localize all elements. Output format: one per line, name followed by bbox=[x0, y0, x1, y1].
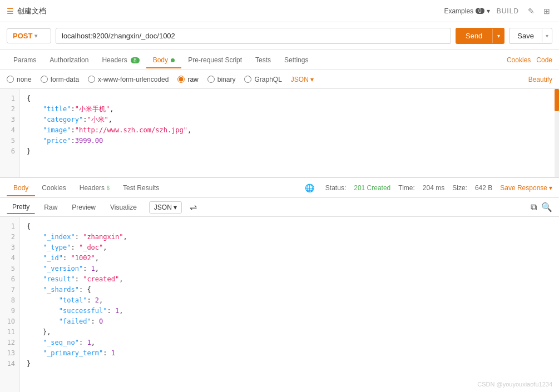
save-response-arrow-icon: ▾ bbox=[549, 184, 552, 192]
resp-tab-headers[interactable]: Headers 6 bbox=[73, 180, 116, 196]
resp-tab-cookies[interactable]: Cookies bbox=[35, 180, 72, 196]
request-body-editor[interactable]: { "title":"小米手机", "category":"小米", "imag… bbox=[20, 89, 559, 177]
fmt-pretty[interactable]: Pretty bbox=[7, 201, 35, 214]
fmt-preview[interactable]: Preview bbox=[66, 201, 101, 214]
method-arrow-icon: ▾ bbox=[34, 33, 37, 39]
examples-button[interactable]: Examples 0 ▾ bbox=[444, 7, 489, 15]
send-arrow-icon[interactable]: ▾ bbox=[492, 29, 504, 43]
watermark: CSDN @youyouxiaofu1234 bbox=[477, 381, 552, 388]
time-value: 204 ms bbox=[423, 184, 444, 192]
send-label: Send bbox=[456, 28, 492, 44]
menu-icon[interactable]: ☰ bbox=[7, 7, 14, 16]
grid-icon[interactable]: ⊞ bbox=[541, 6, 552, 17]
app-title-area: ☰ 创建文档 bbox=[7, 6, 46, 16]
size-value: 642 B bbox=[475, 184, 492, 192]
response-code-area: 1 2 3 4 5 6 7 8 9 10 11 12 13 14 { "_ind… bbox=[0, 217, 559, 392]
search-icon[interactable]: 🔍 bbox=[541, 202, 552, 212]
resp-json-select[interactable]: JSON ▾ bbox=[149, 201, 182, 214]
examples-arrow-icon: ▾ bbox=[487, 7, 490, 15]
request-tabs: Params Authorization Headers 8 Body Pre-… bbox=[0, 50, 559, 70]
method-value: POST bbox=[13, 32, 32, 40]
fmt-visualize[interactable]: Visualize bbox=[105, 201, 142, 214]
save-label: Save bbox=[509, 28, 542, 43]
method-select[interactable]: POST ▾ bbox=[7, 28, 51, 43]
opt-formdata[interactable]: form-data bbox=[41, 76, 79, 83]
resp-json-arrow-icon: ▾ bbox=[174, 204, 177, 211]
edit-icon[interactable]: ✎ bbox=[526, 6, 537, 17]
opt-binary[interactable]: binary bbox=[207, 76, 236, 83]
tab-params[interactable]: Params bbox=[7, 52, 43, 68]
wrap-icon[interactable]: ⇌ bbox=[190, 202, 197, 212]
resp-headers-badge: 6 bbox=[106, 185, 110, 191]
request-code-area: 1 2 3 4 5 6 { "title":"小米手机", "category"… bbox=[0, 89, 559, 178]
top-bar: ☰ 创建文档 Examples 0 ▾ BUILD ✎ ⊞ bbox=[0, 0, 559, 22]
build-button[interactable]: BUILD bbox=[497, 7, 519, 15]
opt-urlencoded[interactable]: x-www-form-urlencoded bbox=[88, 76, 169, 83]
top-bar-icons: ✎ ⊞ bbox=[526, 6, 552, 17]
tab-authorization[interactable]: Authorization bbox=[43, 52, 95, 68]
code-editor: 1 2 3 4 5 6 { "title":"小米手机", "category"… bbox=[0, 89, 559, 177]
url-input[interactable] bbox=[56, 28, 451, 44]
opt-graphql[interactable]: GraphQL bbox=[244, 76, 281, 83]
req-tabs-right: Cookies Code bbox=[507, 56, 552, 64]
response-format-bar: Pretty Raw Preview Visualize JSON ▾ ⇌ ⧉ … bbox=[0, 198, 559, 217]
body-active-dot bbox=[171, 58, 175, 62]
opt-none[interactable]: none bbox=[7, 76, 32, 83]
resp-tab-body[interactable]: Body bbox=[7, 180, 35, 196]
app-title: 创建文档 bbox=[17, 6, 46, 16]
copy-icon[interactable]: ⧉ bbox=[531, 202, 537, 212]
beautify-button[interactable]: Beautify bbox=[528, 76, 552, 83]
resp-line-numbers: 1 2 3 4 5 6 7 8 9 10 11 12 13 14 bbox=[0, 217, 20, 392]
tab-prerequest[interactable]: Pre-request Script bbox=[181, 52, 249, 68]
tab-headers[interactable]: Headers 8 bbox=[95, 52, 146, 68]
tab-tests[interactable]: Tests bbox=[249, 52, 278, 68]
line-numbers: 1 2 3 4 5 6 bbox=[0, 89, 20, 177]
body-options: none form-data x-www-form-urlencoded raw… bbox=[0, 70, 559, 89]
json-format-select[interactable]: JSON ▾ bbox=[291, 76, 314, 83]
status-code: 201 Created bbox=[354, 184, 390, 192]
status-label: Status: bbox=[325, 184, 346, 192]
resp-format-right: ⧉ 🔍 bbox=[531, 202, 552, 212]
response-status-bar: 🌐 Status: 201 Created Time: 204 ms Size:… bbox=[305, 183, 552, 192]
save-response-button[interactable]: Save Response ▾ bbox=[500, 184, 552, 192]
fmt-raw[interactable]: Raw bbox=[38, 201, 63, 214]
send-button[interactable]: Send ▾ bbox=[456, 28, 504, 44]
examples-label: Examples bbox=[444, 7, 473, 15]
tab-settings[interactable]: Settings bbox=[278, 52, 315, 68]
scrollbar-thumb bbox=[555, 89, 559, 111]
json-arrow-icon: ▾ bbox=[310, 76, 314, 83]
globe-icon: 🌐 bbox=[305, 183, 314, 192]
opt-raw[interactable]: raw bbox=[177, 76, 198, 83]
resp-tab-test-results[interactable]: Test Results bbox=[116, 180, 166, 196]
response-body-viewer: { "_index": "zhangxin", "_type": "_doc",… bbox=[20, 217, 559, 392]
headers-badge: 8 bbox=[131, 57, 140, 63]
examples-badge: 0 bbox=[476, 8, 484, 14]
time-label: Time: bbox=[398, 184, 415, 192]
response-header: Body Cookies Headers 6 Test Results 🌐 St… bbox=[0, 178, 559, 198]
code-link[interactable]: Code bbox=[536, 56, 552, 64]
response-section: Body Cookies Headers 6 Test Results 🌐 St… bbox=[0, 178, 559, 392]
save-button[interactable]: Save ▾ bbox=[509, 28, 552, 44]
size-label: Size: bbox=[452, 184, 467, 192]
top-bar-right: Examples 0 ▾ BUILD ✎ ⊞ bbox=[444, 6, 552, 17]
code-scrollbar bbox=[555, 89, 559, 177]
tab-body[interactable]: Body bbox=[146, 52, 182, 68]
cookies-link[interactable]: Cookies bbox=[507, 56, 531, 64]
save-arrow-icon[interactable]: ▾ bbox=[542, 29, 552, 42]
request-bar: POST ▾ Send ▾ Save ▾ bbox=[0, 22, 559, 50]
